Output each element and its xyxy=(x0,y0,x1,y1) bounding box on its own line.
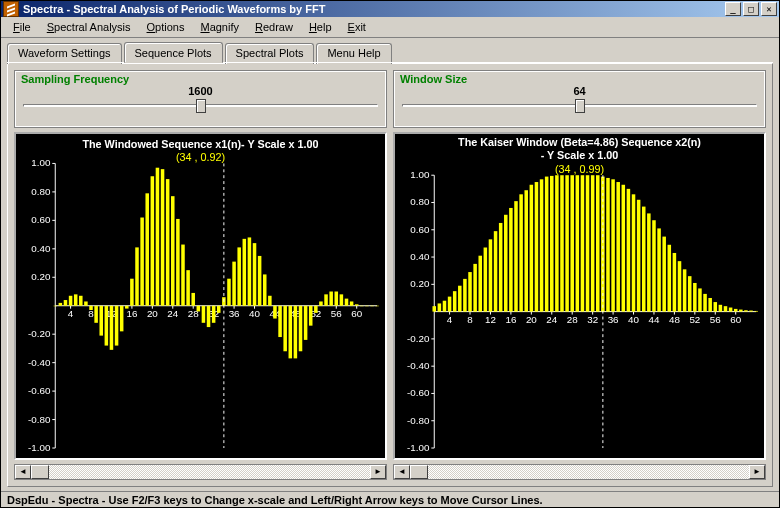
tab-sequence-plots[interactable]: Sequence Plots xyxy=(124,42,223,63)
svg-text:28: 28 xyxy=(567,314,578,325)
chart-right-hscroll[interactable]: ◄ ► xyxy=(393,464,766,480)
menu-spectral-analysis[interactable]: Spectral Analysis xyxy=(39,19,139,35)
scroll-row: ◄ ► ◄ ► xyxy=(14,464,766,480)
svg-text:40: 40 xyxy=(628,314,639,325)
app-icon xyxy=(3,1,19,17)
svg-rect-65 xyxy=(110,306,114,350)
svg-rect-222 xyxy=(678,261,682,311)
window-title: Spectra - Spectral Analysis of Periodic … xyxy=(23,3,725,15)
svg-rect-58 xyxy=(74,294,78,305)
svg-rect-77 xyxy=(171,196,175,306)
svg-rect-59 xyxy=(79,296,83,306)
svg-rect-56 xyxy=(64,300,68,306)
svg-text:60: 60 xyxy=(351,309,362,320)
svg-rect-213 xyxy=(632,194,636,311)
tab-spectral-plots[interactable]: Spectral Plots xyxy=(225,43,315,64)
svg-rect-180 xyxy=(463,279,467,312)
svg-text:56: 56 xyxy=(331,309,342,320)
scroll-right-icon[interactable]: ► xyxy=(749,465,765,479)
chart-right[interactable]: The Kaiser Window (Beta=4.86) Sequence x… xyxy=(393,132,766,460)
svg-rect-69 xyxy=(130,279,134,306)
svg-rect-82 xyxy=(197,306,201,312)
svg-text:24: 24 xyxy=(167,309,178,320)
minimize-button[interactable]: _ xyxy=(725,2,741,16)
window-size-slider[interactable] xyxy=(402,99,757,113)
scroll-left-icon[interactable]: ◄ xyxy=(394,465,410,479)
svg-rect-218 xyxy=(657,228,661,311)
svg-rect-107 xyxy=(324,294,328,305)
svg-text:(34 , 0.99): (34 , 0.99) xyxy=(555,163,604,175)
svg-rect-78 xyxy=(176,219,180,306)
svg-rect-197 xyxy=(550,176,554,312)
svg-text:52: 52 xyxy=(689,314,700,325)
svg-rect-223 xyxy=(683,269,687,311)
svg-rect-198 xyxy=(555,175,559,311)
svg-text:32: 32 xyxy=(587,314,598,325)
svg-text:16: 16 xyxy=(505,314,516,325)
window-size-label: Window Size xyxy=(400,73,759,85)
svg-text:24: 24 xyxy=(546,314,557,325)
menubar: FileSpectral AnalysisOptionsMagnifyRedra… xyxy=(1,17,779,38)
svg-rect-194 xyxy=(535,182,539,312)
svg-text:44: 44 xyxy=(649,314,660,325)
svg-rect-176 xyxy=(443,301,447,312)
menu-options[interactable]: Options xyxy=(139,19,193,35)
svg-rect-85 xyxy=(212,306,216,323)
chart-left[interactable]: The Windowed Sequence x1(n)- Y Scale x 1… xyxy=(14,132,387,460)
svg-text:-0.40: -0.40 xyxy=(28,357,51,368)
svg-text:20: 20 xyxy=(147,309,158,320)
scroll-right-icon[interactable]: ► xyxy=(370,465,386,479)
chart-left-hscroll[interactable]: ◄ ► xyxy=(14,464,387,480)
svg-text:(34 , 0.92): (34 , 0.92) xyxy=(176,151,225,163)
svg-rect-62 xyxy=(94,306,98,323)
tab-waveform-settings[interactable]: Waveform Settings xyxy=(7,43,122,64)
svg-text:-0.80: -0.80 xyxy=(28,414,51,425)
svg-rect-205 xyxy=(591,175,595,311)
svg-text:-0.80: -0.80 xyxy=(407,415,430,426)
svg-text:16: 16 xyxy=(126,309,137,320)
sampling-frequency-slider[interactable] xyxy=(23,99,378,113)
close-button[interactable]: ✕ xyxy=(761,2,777,16)
svg-rect-225 xyxy=(693,283,697,312)
svg-rect-72 xyxy=(145,193,149,305)
svg-rect-214 xyxy=(637,200,641,312)
menu-exit[interactable]: Exit xyxy=(340,19,374,35)
sampling-frequency-group: Sampling Frequency 1600 xyxy=(14,70,387,128)
scroll-left-icon[interactable]: ◄ xyxy=(15,465,31,479)
menu-magnify[interactable]: Magnify xyxy=(192,19,247,35)
svg-text:-0.60: -0.60 xyxy=(407,387,430,398)
svg-rect-67 xyxy=(120,306,124,332)
svg-rect-187 xyxy=(499,223,503,312)
svg-rect-57 xyxy=(69,296,73,306)
svg-rect-191 xyxy=(519,194,523,311)
svg-rect-100 xyxy=(289,306,293,359)
svg-rect-200 xyxy=(565,175,569,311)
app-window: Spectra - Spectral Analysis of Periodic … xyxy=(0,0,780,508)
svg-rect-109 xyxy=(335,292,339,306)
tab-menu-help[interactable]: Menu Help xyxy=(316,43,391,64)
svg-rect-108 xyxy=(329,292,333,306)
svg-rect-111 xyxy=(345,299,349,306)
svg-text:4: 4 xyxy=(68,309,74,320)
svg-rect-207 xyxy=(601,177,605,312)
sampling-frequency-label: Sampling Frequency xyxy=(21,73,380,85)
maximize-button[interactable]: □ xyxy=(743,2,759,16)
svg-rect-79 xyxy=(181,245,185,306)
svg-text:1.00: 1.00 xyxy=(31,157,51,168)
window-size-value: 64 xyxy=(400,85,759,97)
svg-rect-66 xyxy=(115,306,119,346)
svg-text:0.60: 0.60 xyxy=(410,224,430,235)
svg-rect-211 xyxy=(622,185,626,312)
svg-rect-232 xyxy=(729,308,733,312)
svg-rect-95 xyxy=(263,274,267,305)
svg-rect-228 xyxy=(708,298,712,312)
svg-rect-97 xyxy=(273,306,277,319)
svg-rect-196 xyxy=(545,177,549,312)
svg-rect-219 xyxy=(662,237,666,312)
svg-rect-73 xyxy=(151,176,155,305)
menu-redraw[interactable]: Redraw xyxy=(247,19,301,35)
svg-rect-174 xyxy=(432,306,436,311)
menu-file[interactable]: File xyxy=(5,19,39,35)
menu-help[interactable]: Help xyxy=(301,19,340,35)
svg-rect-96 xyxy=(268,296,272,306)
